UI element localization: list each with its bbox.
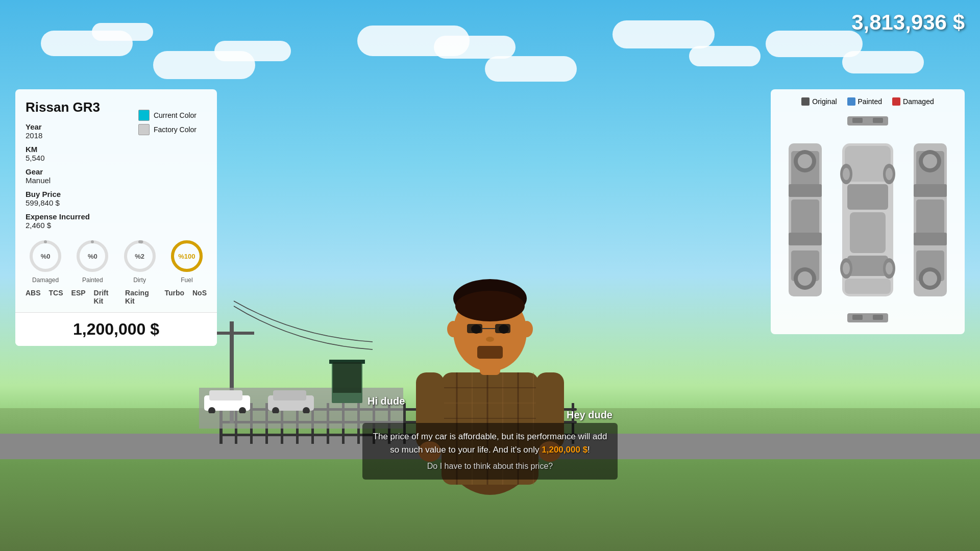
car-top-view-center [837, 133, 898, 307]
diagram-legend: Original Painted Damaged [779, 97, 957, 106]
car-rear-bumper [837, 311, 898, 326]
car-top-views [781, 133, 954, 307]
svg-rect-62 [477, 346, 503, 359]
current-color-row: Current Color [138, 110, 197, 121]
legend-original-dot [801, 97, 810, 106]
cloud-7 [485, 56, 577, 82]
car-info-panel: Rissan GR3 Current Color Factory Color Y… [15, 89, 217, 346]
svg-rect-88 [789, 184, 822, 197]
car-front-bumper [837, 114, 898, 129]
cloud-11 [842, 51, 924, 73]
factory-color-label: Factory Color [154, 126, 197, 134]
svg-rect-78 [852, 118, 863, 123]
svg-rect-58 [467, 324, 482, 333]
bus-shelter [327, 352, 368, 413]
wires [219, 296, 373, 357]
sale-price-bar[interactable]: 1,200,000 $ [15, 312, 217, 346]
svg-rect-93 [850, 212, 886, 253]
upgrade-drift-kit: Drift Kit [94, 289, 117, 305]
svg-rect-116 [873, 315, 883, 320]
factory-color-row: Factory Color [138, 124, 197, 135]
svg-point-87 [798, 271, 812, 286]
legend-damaged-label: Damaged [903, 97, 934, 106]
km-value: 5,540 [26, 154, 207, 162]
factory-color-swatch [138, 124, 150, 135]
km-row: KM 5,540 [26, 145, 207, 162]
svg-rect-92 [847, 184, 888, 210]
expense-value: 2,460 $ [26, 221, 207, 230]
gauge-fuel-value: %100 [178, 253, 195, 260]
svg-rect-79 [873, 118, 883, 123]
car-diagram-panel: Original Painted Damaged [771, 89, 965, 334]
legend-damaged-dot [892, 97, 900, 106]
svg-rect-37 [333, 362, 361, 393]
upgrades-row: ABS TCS ESP Drift Kit Racing Kit Turbo N… [26, 289, 207, 305]
km-label: KM [26, 145, 207, 154]
buy-price-label: Buy Price [26, 190, 207, 198]
dialogue-price-highlight: 1,200,000 $ [542, 445, 587, 455]
gauge-damaged-value: %0 [41, 253, 51, 260]
legend-damaged: Damaged [892, 97, 934, 106]
gear-row: Gear Manuel [26, 167, 207, 185]
svg-point-103 [886, 262, 893, 274]
gauge-painted: %0 Painted [74, 238, 111, 284]
svg-rect-94 [847, 256, 888, 276]
dialogue-speaker-left: Hi dude [368, 395, 618, 407]
dialogue-content: The price of my car is affordable, but i… [362, 423, 618, 480]
buy-price-row: Buy Price 599,840 $ [26, 190, 207, 207]
cloud-6 [434, 36, 516, 59]
legend-painted-dot [847, 97, 855, 106]
expense-row: Expense Incurred 2,460 $ [26, 212, 207, 230]
svg-rect-32 [273, 390, 306, 400]
legend-original-label: Original [812, 97, 837, 106]
svg-rect-95 [845, 279, 891, 294]
gauge-painted-label: Painted [82, 277, 103, 284]
gauge-damaged: %0 Damaged [27, 238, 64, 284]
legend-painted-label: Painted [858, 97, 882, 106]
svg-rect-28 [209, 390, 242, 400]
gear-label: Gear [26, 167, 207, 176]
dialogue-question: Do I have to think about this price? [373, 460, 607, 472]
car-right-view [906, 133, 954, 307]
expense-label: Expense Incurred [26, 212, 207, 221]
upgrade-esp: ESP [71, 289, 86, 305]
gauge-painted-value: %0 [88, 253, 97, 260]
svg-point-55 [455, 291, 525, 321]
svg-point-100 [843, 168, 850, 180]
upgrade-turbo: Turbo [164, 289, 184, 305]
svg-point-64 [521, 321, 533, 337]
svg-rect-59 [495, 324, 510, 333]
gauge-damaged-label: Damaged [32, 277, 59, 284]
svg-point-85 [798, 154, 812, 168]
gauge-fuel-label: Fuel [181, 277, 192, 284]
svg-rect-89 [789, 233, 822, 245]
upgrade-racing-kit: Racing Kit [125, 289, 156, 305]
color-indicators: Current Color Factory Color [138, 110, 197, 135]
bg-car-1 [202, 388, 253, 413]
gauge-dirty-value: %2 [135, 253, 144, 260]
money-display: 3,813,936 $ [851, 10, 965, 35]
current-color-label: Current Color [154, 111, 197, 119]
legend-original: Original [801, 97, 837, 106]
dialogue-message: The price of my car is affordable, but i… [373, 432, 607, 455]
dialogue-speaker-right: Hey dude [362, 409, 612, 421]
dialogue-box: Hi dude Hey dude The price of my car is … [362, 395, 618, 480]
svg-point-102 [843, 262, 850, 274]
svg-point-63 [447, 321, 459, 337]
upgrade-nos: NoS [192, 289, 207, 305]
gauge-dirty-label: Dirty [133, 277, 146, 284]
upgrade-tcs: TCS [49, 289, 63, 305]
buy-price-value: 599,840 $ [26, 198, 207, 207]
cloud-9 [689, 46, 761, 66]
gauge-dirty: %2 Dirty [121, 238, 158, 284]
svg-rect-115 [852, 315, 863, 320]
cloud-8 [612, 20, 715, 48]
upgrade-abs: ABS [26, 289, 41, 305]
current-color-swatch [138, 110, 150, 121]
bg-car-2 [265, 388, 316, 413]
svg-point-101 [886, 168, 893, 180]
svg-rect-113 [914, 233, 947, 245]
gauges-row: %0 Damaged %0 Painted %2 [26, 238, 207, 284]
cloud-2 [92, 23, 153, 41]
svg-point-111 [923, 271, 937, 286]
